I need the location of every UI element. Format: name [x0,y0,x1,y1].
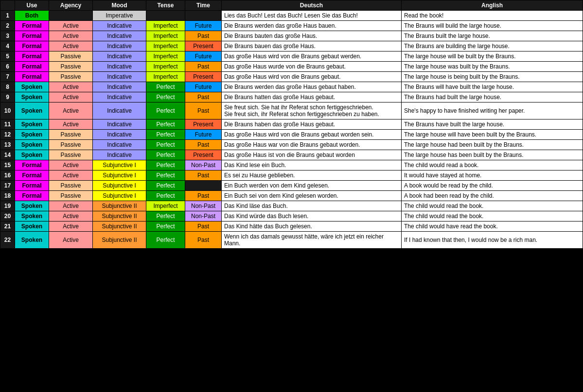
agency-cell: Active [49,160,93,170]
table-row: 16FormalActiveSubjunctive IPerfectPastEs… [0,170,583,181]
anglish-cell: The Brauns have built the large house. [402,119,583,130]
agency-cell: Active [49,31,93,41]
deutsch-cell: Das große Haus war von die Brauns gebaut… [222,140,402,150]
anglish-cell: The child would read a book. [402,160,583,170]
mood-cell: Imperative [93,11,146,21]
tense-cell: Perfect [146,211,185,222]
tense-cell: Perfect [146,92,185,102]
table-row: 9SpokenActiveIndicativePerfectPastDie Br… [0,92,583,102]
time-cell: Past [185,140,222,150]
agency-cell: Active [49,21,93,31]
table-row: 1BothImperativeLies das Buch! Lest das B… [0,11,583,21]
time-cell: Future [185,130,222,140]
anglish-cell: The Brauns had built the large house. [402,92,583,102]
mood-cell: Indicative [93,51,146,62]
table-row: 3FormalActiveIndicativeImperfectPastDie … [0,31,583,41]
agency-cell: Active [49,232,93,249]
row-number: 3 [0,31,15,41]
deutsch-cell: Ein Buch sei von dem Kind gelesen worden… [222,191,402,201]
column-header-4: Tense [146,0,185,11]
table-row: 19SpokenActiveSubjunctive IIImperfectNon… [0,201,583,211]
use-cell: Spoken [15,92,49,102]
anglish-cell: She's happy to have finished writing her… [402,102,583,119]
row-number: 20 [0,211,15,222]
column-header-3: Mood [93,0,146,11]
deutsch-cell: Sie freut sich. Sie hat ihr Referat scho… [222,102,402,119]
mood-cell: Indicative [93,119,146,130]
row-number: 22 [0,232,15,249]
tense-cell [146,11,185,21]
table-row: 5FormalPassiveIndicativeImperfectFutureD… [0,51,583,62]
agency-cell: Passive [49,130,93,140]
time-cell: Non-Past [185,160,222,170]
table-row: 8SpokenActiveIndicativePerfectFutureDie … [0,82,583,92]
agency-cell: Active [49,222,93,232]
mood-cell: Indicative [93,41,146,51]
time-cell: Present [185,72,222,82]
deutsch-cell: Die Brauns werden das große Haus gebaut … [222,82,402,92]
anglish-cell: A book would be read by the child. [402,181,583,191]
time-cell: Future [185,82,222,92]
use-cell: Spoken [15,232,49,249]
mood-cell: Subjunctive II [93,201,146,211]
anglish-cell: The child would read the book. [402,211,583,222]
time-cell: Past [185,31,222,41]
mood-cell: Indicative [93,102,146,119]
use-cell: Formal [15,160,49,170]
time-cell: Present [185,150,222,160]
tense-cell: Perfect [146,102,185,119]
deutsch-cell: Die Brauns werden das große Haus bauen. [222,21,402,31]
anglish-cell: The large house is being built by the Br… [402,72,583,82]
row-number: 17 [0,181,15,191]
time-cell [185,181,222,191]
table-row: 6FormalPassiveIndicativeImperfectPastDas… [0,62,583,72]
deutsch-cell: Lies das Buch! Lest das Buch! Lesen Sie … [222,11,402,21]
time-cell: Past [185,92,222,102]
deutsch-cell: Die Brauns bauten das große Haus. [222,31,402,41]
use-cell: Formal [15,62,49,72]
anglish-cell: If I had known that then, I would now be… [402,232,583,249]
use-cell: Spoken [15,102,49,119]
agency-cell: Passive [49,51,93,62]
table-row: 14SpokenPassiveIndicativePerfectPresentD… [0,150,583,160]
mood-cell: Indicative [93,62,146,72]
use-cell: Formal [15,72,49,82]
tense-cell: Perfect [146,119,185,130]
use-cell: Spoken [15,82,49,92]
tense-cell: Imperfect [146,72,185,82]
time-cell: Past [185,170,222,181]
anglish-cell: It would have stayed at home. [402,170,583,181]
table-row: 21SpokenActiveSubjunctive IIPerfectPastD… [0,222,583,232]
table-row: 13SpokenPassiveIndicativePerfectPastDas … [0,140,583,150]
use-cell: Both [15,11,49,21]
deutsch-cell: Die Brauns bauen das große Haus. [222,41,402,51]
tense-cell: Perfect [146,170,185,181]
tense-cell: Perfect [146,160,185,170]
time-cell: Future [185,21,222,31]
deutsch-cell: Wenn ich das damals gewusst hätte, wäre … [222,232,402,249]
column-header-6: Deutsch [222,0,402,11]
tense-cell: Perfect [146,150,185,160]
deutsch-cell: Die Brauns hatten das große Haus gebaut. [222,92,402,102]
tense-cell: Imperfect [146,62,185,72]
row-number: 21 [0,222,15,232]
table-row: 12SpokenPassiveIndicativePerfectFutureDa… [0,130,583,140]
use-cell: Formal [15,51,49,62]
mood-cell: Subjunctive I [93,181,146,191]
use-cell: Spoken [15,211,49,222]
agency-cell: Active [49,119,93,130]
use-cell: Spoken [15,201,49,211]
agency-cell: Passive [49,62,93,72]
row-number: 4 [0,41,15,51]
tense-cell: Imperfect [146,51,185,62]
mood-cell: Indicative [93,140,146,150]
anglish-cell: The large house has been built by the Br… [402,150,583,160]
tense-cell: Imperfect [146,31,185,41]
use-cell: Formal [15,21,49,31]
agency-cell: Passive [49,140,93,150]
time-cell: Past [185,222,222,232]
tense-cell: Imperfect [146,201,185,211]
tense-cell: Perfect [146,191,185,201]
anglish-cell: The Brauns will have built the large hou… [402,82,583,92]
use-cell: Formal [15,191,49,201]
